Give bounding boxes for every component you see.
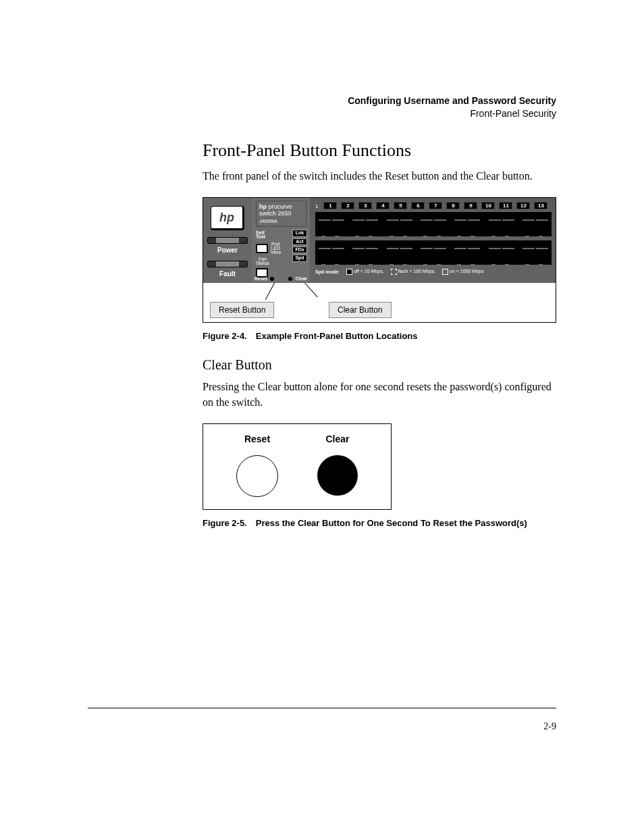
model-plate: hp procurve switch 2650 J4899A [256, 201, 307, 227]
port-led-view-label: Port LED View [271, 242, 281, 255]
fan-status-label: Fan Status [256, 257, 269, 266]
clear-label: Clear [295, 276, 307, 281]
badge-fdx: FDx [292, 246, 307, 253]
callout-clear: Clear Button [329, 302, 392, 318]
section-heading: Front-Panel Button Functions [203, 140, 556, 161]
fig25-clear-label: Clear [325, 434, 349, 444]
figure-2-5-caption: Figure 2-5. Press the Clear Button for O… [203, 518, 556, 528]
figure-2-4-caption: Figure 2-4. Example Front-Panel Button L… [203, 331, 556, 341]
clear-button-heading: Clear Button [203, 357, 556, 373]
running-header: Configuring Username and Password Securi… [88, 95, 556, 120]
intro-paragraph: The front panel of the switch includes t… [203, 169, 556, 184]
clear-button-icon [288, 277, 292, 281]
self-test-led [256, 244, 268, 253]
self-test-label: Self Test [256, 231, 281, 240]
badge-spd: Spd [292, 255, 307, 261]
header-section: Front-Panel Security [88, 107, 556, 120]
clear-button-paragraph: Pressing the Clear button alone for one … [203, 380, 554, 410]
power-led-bar [207, 237, 248, 244]
callout-reset: Reset Button [210, 302, 274, 318]
spd-mode-legend: Spd mode: off = 10 Mbps, flash = 100 Mbp… [315, 269, 552, 275]
reset-circle-icon [236, 455, 278, 497]
fault-label: Fault [203, 270, 252, 278]
badge-act: Act [292, 238, 307, 245]
power-label: Power [203, 246, 252, 254]
clear-circle-icon [317, 455, 358, 496]
header-chapter: Configuring Username and Password Securi… [88, 95, 556, 107]
footer-rule [88, 708, 556, 708]
fig25-reset-label: Reset [244, 434, 270, 444]
badge-lnk: Lnk [292, 230, 307, 236]
page-number: 2-9 [543, 721, 556, 732]
port-row-top [315, 212, 552, 236]
fault-led-bar [207, 261, 248, 267]
reset-button-icon [270, 277, 274, 281]
figure-2-5: Reset Clear [203, 423, 392, 510]
hp-logo-icon: hp [211, 206, 244, 230]
port-row-bottom [315, 240, 552, 265]
port-number-row: 1 1 2 3 4 5 6 7 8 9 10 11 12 13 [315, 202, 552, 209]
reset-label: Reset [254, 276, 267, 281]
figure-2-4: hp Power Fault hp procurve switch 2650 J… [203, 197, 556, 323]
